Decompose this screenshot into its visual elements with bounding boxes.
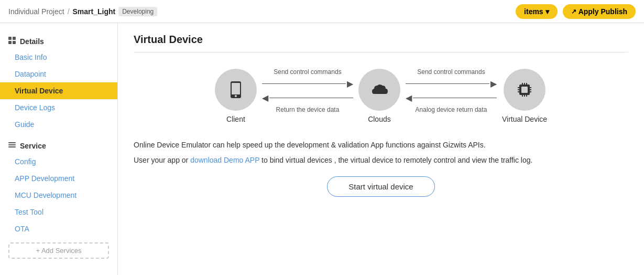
arrow-send-1-label: Send control commands xyxy=(274,68,341,76)
download-demo-link[interactable]: download Demo APP xyxy=(190,156,259,164)
svg-point-9 xyxy=(235,95,237,97)
virtual-device-node: Virtual Device xyxy=(502,69,547,123)
svg-rect-2 xyxy=(8,41,12,44)
sidebar-item-ota[interactable]: OTA xyxy=(0,220,117,237)
info-text-2: User your app or download Demo APP to bi… xyxy=(134,155,628,166)
sidebar-item-datapoint[interactable]: Datapoint xyxy=(0,66,117,82)
svg-rect-4 xyxy=(8,142,16,143)
items-button[interactable]: items ▾ xyxy=(516,4,558,19)
sidebar-item-app-development[interactable]: APP Development xyxy=(0,170,117,187)
svg-rect-20 xyxy=(526,83,527,84)
virtual-device-label: Virtual Device xyxy=(502,115,547,123)
svg-rect-14 xyxy=(518,91,519,92)
cloud-icon xyxy=(369,79,390,100)
svg-rect-6 xyxy=(8,146,16,147)
svg-rect-13 xyxy=(518,89,519,90)
svg-rect-21 xyxy=(522,95,523,97)
start-button-wrapper: Start virtual device xyxy=(134,176,628,197)
clouds-label: Clouds xyxy=(368,115,391,123)
client-label: Client xyxy=(226,115,245,123)
sidebar-item-virtual-device[interactable]: Virtual Device xyxy=(0,82,117,99)
svg-rect-12 xyxy=(518,87,519,88)
svg-rect-5 xyxy=(8,144,16,145)
header: Individual Project / Smart_Light Develop… xyxy=(0,0,644,23)
service-grid-icon xyxy=(8,141,16,150)
start-virtual-device-button[interactable]: Start virtual device xyxy=(327,176,434,197)
arrows-client-clouds: Send control commands ▶ ◀ Return the dev… xyxy=(257,68,358,113)
project-name: Smart_Light xyxy=(73,7,116,16)
svg-rect-16 xyxy=(530,89,531,90)
arrow-return-1-label: Return the device data xyxy=(276,106,340,113)
header-actions: items ▾ ↗ Apply Publish xyxy=(516,4,636,19)
client-circle xyxy=(215,69,257,111)
sidebar-item-test-tool[interactable]: Test Tool xyxy=(0,204,117,220)
sidebar-item-guide[interactable]: Guide xyxy=(0,116,117,133)
sidebar-item-basic-info[interactable]: Basic Info xyxy=(0,49,117,66)
clouds-node: Clouds xyxy=(358,69,400,123)
info-text-1: Online Device Emulator can help speed up… xyxy=(134,140,628,151)
breadcrumb-project: Individual Project xyxy=(8,7,64,16)
details-grid-icon xyxy=(8,37,16,46)
svg-rect-0 xyxy=(8,37,12,40)
svg-rect-23 xyxy=(526,95,527,97)
title-divider xyxy=(134,52,628,52)
clouds-circle xyxy=(358,69,400,111)
service-label: Service xyxy=(20,142,46,150)
main-layout: Details Basic Info Datapoint Virtual Dev… xyxy=(0,23,644,275)
arrows-clouds-virtual: Send control commands ▶ ◀ Analog device … xyxy=(400,68,502,113)
info-text-2-prefix: User your app or xyxy=(134,156,190,164)
page-title: Virtual Device xyxy=(134,34,628,46)
info-text-2-suffix: to bind virtual devices , the virtual de… xyxy=(259,156,532,164)
sidebar-item-device-logs[interactable]: Device Logs xyxy=(0,99,117,116)
virtual-device-diagram: Client Send control commands ▶ ◀ Return … xyxy=(134,68,628,124)
details-section-header: Details xyxy=(0,34,117,49)
arrow-send-2: Send control commands xyxy=(417,68,485,76)
svg-rect-15 xyxy=(530,87,531,88)
chip-icon xyxy=(514,79,535,100)
arrow-return-1: Return the device data xyxy=(276,106,340,113)
svg-rect-8 xyxy=(232,83,240,94)
external-link-icon: ↗ xyxy=(571,8,576,15)
svg-rect-1 xyxy=(13,37,16,40)
publish-label: Apply Publish xyxy=(578,7,627,16)
sidebar: Details Basic Info Datapoint Virtual Dev… xyxy=(0,23,118,275)
svg-rect-11 xyxy=(521,87,528,93)
service-section-header: Service xyxy=(0,138,117,153)
arrow-send-2-label: Send control commands xyxy=(417,68,485,76)
breadcrumb-slash: / xyxy=(68,7,70,16)
breadcrumb: Individual Project / Smart_Light Develop… xyxy=(8,7,157,16)
arrow-return-2: Analog device return data xyxy=(416,106,487,113)
add-services-button[interactable]: + Add Services xyxy=(8,242,109,259)
phone-icon xyxy=(225,79,246,100)
main-content: Virtual Device Client Send control comma… xyxy=(118,23,644,275)
details-label: Details xyxy=(20,37,44,46)
status-badge: Developing xyxy=(118,7,157,16)
svg-rect-17 xyxy=(530,91,531,92)
svg-rect-18 xyxy=(522,83,523,84)
items-label: items xyxy=(524,7,543,16)
sidebar-item-config[interactable]: Config xyxy=(0,153,117,170)
apply-publish-button[interactable]: ↗ Apply Publish xyxy=(563,4,636,19)
svg-rect-3 xyxy=(13,41,16,44)
svg-rect-22 xyxy=(524,95,525,97)
virtual-device-circle xyxy=(504,69,545,111)
arrow-return-2-label: Analog device return data xyxy=(416,106,487,113)
sidebar-item-mcu-development[interactable]: MCU Development xyxy=(0,187,117,204)
arrow-send-1: Send control commands xyxy=(274,68,341,76)
svg-rect-19 xyxy=(524,83,525,84)
dropdown-icon: ▾ xyxy=(545,7,549,16)
client-node: Client xyxy=(215,69,257,123)
